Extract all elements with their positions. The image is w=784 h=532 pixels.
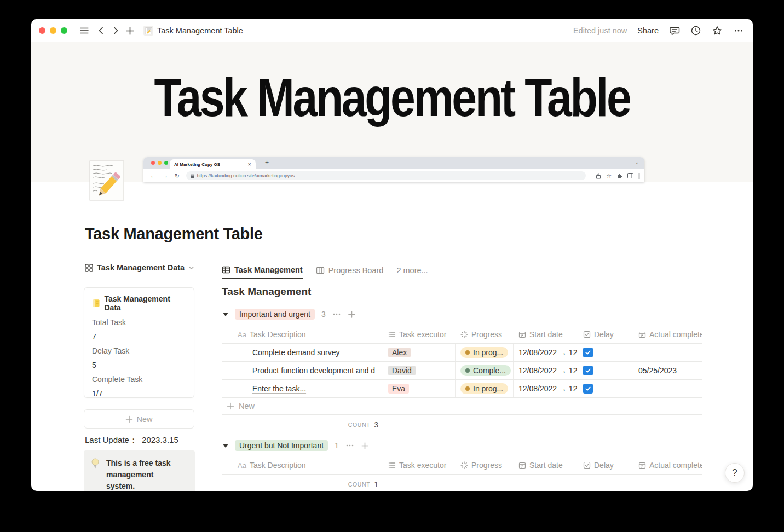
col-start-date[interactable]: Start date [514,456,578,474]
delay-checkbox-checked[interactable] [583,366,593,375]
status-property-icon [460,461,468,469]
executor-tag[interactable]: David [388,366,416,375]
history-clock-icon[interactable] [690,25,701,36]
edited-status: Edited just now [573,26,627,35]
group-add-icon[interactable] [361,442,369,450]
col-task-description[interactable]: AaTask Description [222,456,383,474]
col-task-description[interactable]: AaTask Description [222,326,383,343]
tab-label: Task Management [234,265,303,274]
group-badge[interactable]: Important and urgent [235,309,315,320]
comments-icon[interactable] [669,25,680,36]
mock-extension-icon [616,173,622,179]
actual-complete-cell[interactable] [633,344,702,361]
tab-more[interactable]: 2 more... [396,266,428,275]
collapse-triangle-icon[interactable] [223,444,228,448]
count-value: 3 [374,420,378,429]
count-value: 1 [374,480,378,489]
tab-task-management[interactable]: Task Management [222,262,303,279]
col-task-executor[interactable]: Task executor [383,456,456,474]
delay-checkbox-checked[interactable] [583,348,593,357]
executor-tag[interactable]: Alex [388,348,411,357]
more-options-icon[interactable] [733,25,744,36]
col-progress[interactable]: Progress [456,456,514,474]
actual-complete-cell[interactable]: 05/25/2023 [633,362,702,379]
col-delay[interactable]: Delay [578,456,633,474]
group-more-icon[interactable] [332,310,341,319]
stats-card-title: Task Management Data [104,294,186,312]
progress-pill[interactable]: In prog... [460,347,508,358]
titlebar-right: Edited just now Share [573,19,744,42]
table-row[interactable]: Enter the task... Eva In prog... 12/08/2… [222,380,702,398]
linked-db-label: Task Management Data [97,263,185,272]
mock-lock-icon [191,174,194,178]
last-update-label: Last Update： [85,435,137,444]
maximize-window-button[interactable] [61,27,67,34]
status-dot [465,386,470,391]
status-dot [465,368,470,373]
table-urgent-not-important: AaTask Description Task executor Progres… [222,456,702,491]
start-date-cell[interactable]: 12/08/2022 → 12 [514,362,578,379]
count-row[interactable]: COUNT 3 [222,415,383,434]
col-start-date[interactable]: Start date [514,326,578,343]
page-memo-icon[interactable] [88,160,126,204]
tab-progress-board[interactable]: Progress Board [316,262,384,279]
progress-pill[interactable]: In prog... [460,383,508,394]
tab-label: Progress Board [328,266,384,275]
group-header-important-urgent: Important and urgent 3 [223,309,356,320]
start-date-cell[interactable]: 12/08/2022 → 12 [514,380,578,397]
mock-traffic-red [151,161,155,165]
callout[interactable]: This is a free task management system. [84,450,195,491]
count-row[interactable]: COUNT 1 [222,475,383,491]
collapse-triangle-icon[interactable] [223,313,228,316]
table-row[interactable]: Complete demand survey Alex In prog... 1… [222,344,702,362]
sidebar-new-button[interactable]: New [84,409,194,429]
mock-share-icon [596,173,601,179]
titlebar-left: Task Management Table [31,26,243,36]
mock-kebab-icon [638,173,640,179]
minimize-window-button[interactable] [50,27,56,34]
last-update: Last Update： 2023.3.15 [85,435,178,446]
mock-star-icon: ☆ [606,172,612,180]
grid-icon [85,264,93,272]
col-delay[interactable]: Delay [578,326,633,343]
help-button[interactable]: ? [725,463,745,483]
col-actual-complete[interactable]: Actual complete [633,326,702,343]
current-tab[interactable]: Task Management Table [143,26,243,36]
task-title[interactable]: Enter the task... [252,384,306,393]
chevron-down-icon [188,265,194,271]
table-row[interactable]: Product function development and d David… [222,362,702,380]
sidebar-menu-icon[interactable] [79,26,89,36]
start-date-cell[interactable]: 12/08/2022 → 12 [514,344,578,361]
share-button[interactable]: Share [637,26,659,35]
back-button[interactable] [97,26,106,35]
date-property-icon [518,461,526,469]
plus-icon [125,415,133,423]
stats-card[interactable]: Task Management Data Total Task 7 Delay … [84,287,194,398]
close-window-button[interactable] [39,27,45,34]
progress-pill[interactable]: Comple... [460,365,511,376]
table-header-row: AaTask Description Task executor Progres… [222,456,702,475]
section-title: Task Management [222,286,311,298]
last-update-value: 2023.3.15 [142,435,178,444]
forward-button[interactable] [111,26,120,35]
task-title[interactable]: Product function development and d [252,366,375,375]
col-task-executor[interactable]: Task executor [383,326,456,343]
executor-tag[interactable]: Eva [388,384,409,394]
actual-complete-cell[interactable] [633,380,702,397]
col-actual-complete[interactable]: Actual complete [633,456,702,474]
linked-db-select[interactable]: Task Management Data [85,263,194,272]
group-more-icon[interactable] [345,441,354,450]
group-badge[interactable]: Urgent but Not Important [235,440,328,451]
stat-label: Complete Task [92,372,186,386]
col-progress[interactable]: Progress [456,326,514,343]
new-tab-button[interactable] [125,26,135,36]
table-new-row-button[interactable]: New [222,398,702,415]
date-property-icon [518,331,526,338]
task-title[interactable]: Complete demand survey [252,348,340,357]
favorite-star-icon[interactable] [712,25,723,36]
delay-checkbox-checked[interactable] [583,384,593,394]
table-important-urgent: AaTask Description Task executor Progres… [222,326,702,434]
callout-text: This is a free task management system. [106,458,175,491]
ledger-icon [92,299,100,308]
group-add-icon[interactable] [348,310,356,319]
